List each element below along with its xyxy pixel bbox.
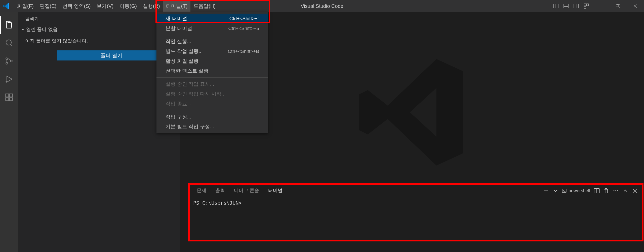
- label: 실행 중인 작업 표시...: [166, 81, 214, 87]
- panel-tabs: 문제 출력 디버그 콘솔 터미널 powershell: [188, 184, 642, 198]
- svg-rect-22: [10, 98, 13, 101]
- svg-rect-21: [6, 98, 9, 101]
- label: 작업 실행...: [166, 38, 191, 45]
- label: 빌드 작업 실행...: [166, 48, 203, 55]
- menu-terminal[interactable]: 터미널(T): [163, 0, 191, 12]
- svg-rect-4: [574, 4, 578, 8]
- menu-show-running-tasks: 실행 중인 작업 표시...: [156, 79, 268, 89]
- label: 기본 빌드 작업 구성...: [166, 123, 214, 130]
- tab-terminal[interactable]: 터미널: [264, 185, 287, 197]
- window-maximize-button[interactable]: [609, 0, 626, 12]
- title-bar: 파일(F) 편집(E) 선택 영역(S) 보기(V) 이동(G) 실행(R) 터…: [0, 0, 644, 12]
- menu-run[interactable]: 실행(R): [140, 0, 163, 12]
- svg-point-19: [6, 81, 7, 83]
- svg-rect-8: [584, 6, 586, 8]
- toggle-secondary-sidebar-icon[interactable]: [571, 0, 581, 12]
- menu-go[interactable]: 이동(G): [116, 0, 140, 12]
- menu-run-build-task[interactable]: 빌드 작업 실행... Ctrl+<Shift>+B: [156, 46, 268, 56]
- titlebar-right-controls: [551, 0, 644, 12]
- label: 작업 종료...: [166, 100, 191, 107]
- tab-debug-console[interactable]: 디버그 콘솔: [229, 185, 264, 197]
- label: 새 터미널: [166, 15, 187, 22]
- svg-rect-6: [584, 4, 586, 6]
- activity-extensions-icon[interactable]: [0, 88, 18, 106]
- panel-toolbar: powershell: [543, 188, 638, 194]
- menu-configure-tasks[interactable]: 작업 구성...: [156, 112, 268, 122]
- svg-marker-18: [7, 76, 12, 82]
- menu-terminate-task: 작업 종료...: [156, 99, 268, 109]
- maximize-panel-icon[interactable]: [622, 188, 628, 194]
- label: 실행 중인 작업 다시 시작...: [166, 90, 226, 97]
- svg-rect-7: [586, 4, 588, 6]
- label: 선택한 텍스트 실행: [166, 68, 209, 74]
- svg-point-30: [615, 190, 616, 191]
- section-label: 열린 폴더 없음: [26, 26, 58, 33]
- svg-rect-0: [554, 4, 558, 8]
- activity-run-debug-icon[interactable]: [0, 70, 18, 88]
- tab-problems[interactable]: 문제: [192, 185, 211, 197]
- svg-rect-10: [616, 5, 618, 7]
- svg-point-15: [6, 58, 8, 60]
- new-terminal-icon[interactable]: [543, 188, 549, 194]
- menu-edit[interactable]: 편집(E): [37, 0, 60, 12]
- terminal-profiles-chevron-icon[interactable]: [552, 188, 558, 194]
- terminal-body[interactable]: PS C:\Users\JUN>: [188, 198, 642, 208]
- svg-point-16: [6, 62, 8, 64]
- open-folder-button[interactable]: 폴더 열기: [57, 50, 166, 60]
- menu-bar: 파일(F) 편집(E) 선택 영역(S) 보기(V) 이동(G) 실행(R) 터…: [14, 0, 219, 12]
- svg-point-29: [614, 190, 615, 191]
- activity-explorer-icon[interactable]: [0, 16, 18, 34]
- svg-point-13: [6, 40, 11, 45]
- svg-rect-23: [10, 94, 13, 97]
- terminal-cursor: [244, 200, 247, 206]
- window-minimize-button[interactable]: [591, 0, 609, 12]
- menu-run-task[interactable]: 작업 실행...: [156, 37, 268, 46]
- svg-point-31: [617, 190, 618, 191]
- explorer-sidebar: 탐색기 열린 폴더 없음 아직 폴더를 열지 않았습니다. 폴더 열기: [18, 12, 180, 252]
- terminal-menu-dropdown: 새 터미널 Ctrl+<Shift>+` 분할 터미널 Ctrl+<Shift>…: [156, 12, 268, 133]
- shortcut: Ctrl+<Shift>+5: [228, 26, 259, 31]
- sidebar-section-no-folder[interactable]: 열린 폴더 없음: [18, 24, 180, 35]
- toggle-primary-sidebar-icon[interactable]: [551, 0, 561, 12]
- terminal-prompt: PS C:\Users\JUN>: [193, 200, 242, 206]
- separator: [156, 35, 268, 35]
- shortcut: Ctrl+<Shift>+`: [229, 16, 259, 21]
- sidebar-title: 탐색기: [18, 12, 180, 24]
- bottom-panel: 문제 출력 디버그 콘솔 터미널 powershell PS C:\Users\…: [188, 183, 642, 249]
- vscode-watermark-icon: [357, 57, 467, 169]
- shortcut: Ctrl+<Shift>+B: [228, 49, 259, 54]
- split-terminal-icon[interactable]: [594, 188, 600, 194]
- tab-output[interactable]: 출력: [211, 185, 229, 197]
- menu-file[interactable]: 파일(F): [14, 0, 37, 12]
- menu-view[interactable]: 보기(V): [94, 0, 116, 12]
- menu-run-active-file[interactable]: 활성 파일 실행: [156, 56, 268, 66]
- menu-selection[interactable]: 선택 영역(S): [59, 0, 94, 12]
- terminal-instance-label[interactable]: powershell: [562, 188, 590, 194]
- toggle-panel-icon[interactable]: [561, 0, 571, 12]
- menu-new-terminal[interactable]: 새 터미널 Ctrl+<Shift>+`: [156, 14, 268, 23]
- menu-run-selected-text[interactable]: 선택한 텍스트 실행: [156, 66, 268, 76]
- window-close-button[interactable]: [626, 0, 644, 12]
- separator: [156, 110, 268, 110]
- terminal-name: powershell: [569, 188, 590, 194]
- svg-rect-20: [6, 94, 9, 97]
- more-actions-icon[interactable]: [613, 188, 619, 194]
- activity-search-icon[interactable]: [0, 34, 18, 52]
- delete-terminal-icon[interactable]: [603, 188, 609, 194]
- customize-layout-icon[interactable]: [581, 0, 591, 12]
- menu-help[interactable]: 도움말(H): [190, 0, 219, 12]
- close-panel-icon[interactable]: [632, 188, 638, 194]
- no-folder-message: 아직 폴더를 열지 않았습니다.: [18, 35, 180, 48]
- activity-source-control-icon[interactable]: [0, 52, 18, 70]
- menu-split-terminal[interactable]: 분할 터미널 Ctrl+<Shift>+5: [156, 23, 268, 33]
- window-title: Visual Studio Code: [301, 3, 343, 9]
- separator: [156, 77, 268, 78]
- label: 작업 구성...: [166, 113, 191, 120]
- vscode-logo-icon: [3, 3, 10, 9]
- activity-bar: [0, 12, 18, 252]
- svg-line-14: [11, 44, 13, 46]
- label: 분할 터미널: [166, 25, 192, 32]
- label: 활성 파일 실행: [166, 58, 198, 65]
- terminal-icon: [562, 188, 567, 193]
- menu-configure-default-build-task[interactable]: 기본 빌드 작업 구성...: [156, 122, 268, 132]
